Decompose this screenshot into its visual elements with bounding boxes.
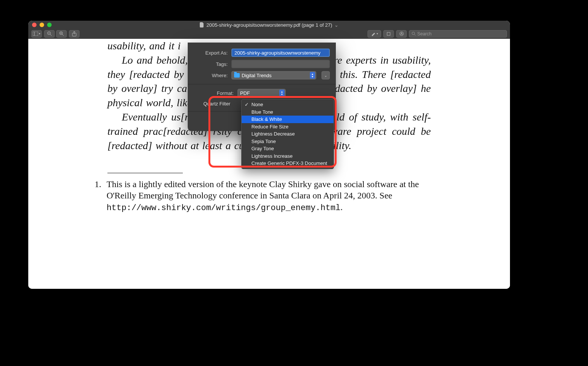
- footnote: 1. This is a lightly edited version of t…: [95, 178, 431, 213]
- chevron-down-icon[interactable]: ⌄: [334, 22, 338, 28]
- quartz-filter-option[interactable]: Lightness Increase: [242, 152, 334, 160]
- markup-toolbar-button[interactable]: [396, 30, 407, 38]
- search-placeholder: Search: [417, 31, 432, 37]
- traffic-lights: [32, 23, 52, 27]
- close-button[interactable]: [32, 23, 37, 27]
- quartz-filter-option[interactable]: Reduce File Size: [242, 123, 334, 131]
- quartz-filter-menu[interactable]: NoneBlue ToneBlack & WhiteReduce File Si…: [241, 99, 334, 169]
- updown-icon: ▲▼: [310, 72, 315, 79]
- folder-icon: [234, 73, 240, 78]
- share-button[interactable]: [69, 30, 80, 38]
- markup-button[interactable]: ▾: [368, 30, 381, 38]
- quartz-filter-option[interactable]: Black & White: [242, 116, 334, 123]
- svg-rect-0: [33, 32, 38, 36]
- footnote-url: http://www.shirky.com/writings/group_ene…: [107, 203, 341, 213]
- tags-field[interactable]: [231, 60, 330, 68]
- titlebar: 2005-shirky-agroupisitsownworstenemy.pdf…: [28, 21, 510, 29]
- search-icon: [412, 32, 416, 36]
- maximize-button[interactable]: [47, 23, 52, 27]
- svg-line-14: [415, 35, 416, 36]
- sidebar-toggle-button[interactable]: ▾: [31, 30, 42, 38]
- where-value: Digital Trends: [242, 73, 271, 78]
- toolbar: ▾ ▾ Search: [28, 29, 510, 39]
- window-title: 2005-shirky-agroupisitsownworstenemy.pdf…: [28, 22, 510, 28]
- export-as-field[interactable]: 2005-shirky-agroupisitsownworstenemy: [231, 49, 330, 57]
- quartz-filter-option[interactable]: Blue Tone: [242, 108, 334, 116]
- zoom-in-button[interactable]: [56, 30, 67, 38]
- svg-line-3: [50, 34, 52, 36]
- quartz-filter-option[interactable]: Create Generic PDFX-3 Document: [242, 160, 334, 167]
- format-value: PDF: [240, 90, 250, 96]
- tags-label: Tags:: [194, 61, 228, 67]
- footnote-text: This is a lightly edited version of the …: [107, 179, 419, 200]
- quartz-filter-option[interactable]: Lightness Decrease: [242, 130, 334, 138]
- quartz-filter-option[interactable]: Sepia Tone: [242, 138, 334, 145]
- search-input[interactable]: Search: [409, 30, 507, 38]
- quartz-filter-option[interactable]: None: [242, 101, 334, 108]
- updown-icon: ▲▼: [279, 90, 285, 96]
- svg-point-13: [412, 32, 415, 35]
- export-as-label: Export As:: [194, 50, 228, 56]
- expand-where-button[interactable]: ⌄: [322, 71, 330, 79]
- svg-rect-11: [387, 32, 390, 35]
- format-label: Format:: [188, 90, 234, 96]
- where-label: Where:: [194, 73, 228, 78]
- rotate-button[interactable]: [383, 30, 394, 38]
- where-popup[interactable]: Digital Trends ▲▼: [231, 71, 316, 79]
- quartz-filter-label: Quartz Filter: [194, 100, 230, 107]
- quartz-filter-option[interactable]: Gray Tone: [242, 145, 334, 152]
- svg-line-6: [62, 34, 64, 36]
- footnote-rule: [107, 173, 183, 173]
- format-popup[interactable]: PDF ▲▼: [237, 89, 286, 97]
- footnote-number: 1.: [95, 178, 101, 213]
- zoom-out-button[interactable]: [44, 30, 55, 38]
- minimize-button[interactable]: [40, 23, 44, 27]
- document-icon: [200, 22, 204, 27]
